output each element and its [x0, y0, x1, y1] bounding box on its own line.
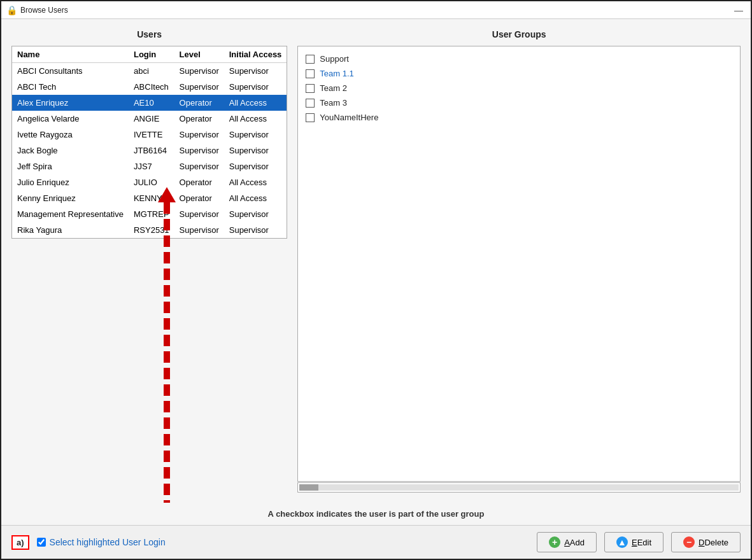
group-label: YouNameItHere — [320, 113, 378, 122]
cell-level: Operator — [174, 95, 224, 111]
table-row[interactable]: Alex EnriquezAE10OperatorAll Access — [12, 95, 287, 111]
group-checkbox[interactable] — [306, 99, 315, 108]
group-checkbox[interactable] — [306, 55, 315, 64]
group-checkbox[interactable] — [306, 69, 315, 78]
cell-access: All Access — [224, 190, 287, 206]
cell-name: Jack Bogle — [12, 143, 129, 158]
add-button[interactable]: + AAdd — [537, 532, 597, 552]
cell-name: ABCI Consultants — [12, 63, 129, 80]
cell-level: Operator — [174, 111, 224, 127]
cell-name: Management Representative — [12, 206, 129, 222]
cell-name: Ivette Raygoza — [12, 127, 129, 143]
delete-icon: − — [683, 536, 695, 548]
table-row[interactable]: Angelica VelardeANGIEOperatorAll Access — [12, 111, 287, 127]
users-panel: Users Name Login Level Initial Access AB… — [11, 29, 287, 239]
scroll-thumb — [299, 484, 318, 491]
cell-login: JULIO — [129, 174, 174, 190]
table-row[interactable]: Ivette RaygozaIVETTESupervisorSupervisor — [12, 127, 287, 143]
scrollbar[interactable] — [297, 482, 741, 493]
table-row[interactable]: ABCI TechABCItechSupervisorSupervisor — [12, 79, 287, 95]
cell-level: Supervisor — [174, 79, 224, 95]
group-checkbox[interactable] — [306, 113, 315, 122]
delete-label: DDelete — [699, 538, 728, 547]
col-access: Initial Access — [224, 46, 287, 63]
title-bar: 🔒 Browse Users — — [1, 1, 751, 19]
cell-login: KENNY — [129, 190, 174, 206]
cell-access: Supervisor — [224, 79, 287, 95]
cell-name: ABCI Tech — [12, 79, 129, 95]
group-item[interactable]: Team 2 — [298, 81, 740, 95]
cell-name: Rika Yagura — [12, 222, 129, 238]
bottom-bar: a) Select highlighted User Login + AAdd … — [1, 525, 751, 559]
table-row[interactable]: Kenny EnriquezKENNYOperatorAll Access — [12, 190, 287, 206]
cell-login: JTB6164 — [129, 143, 174, 158]
group-checkbox[interactable] — [306, 84, 315, 93]
user-groups-title: User Groups — [297, 29, 741, 39]
cell-login: ANGIE — [129, 111, 174, 127]
cell-level: Supervisor — [174, 127, 224, 143]
hint-bar: A checkbox indicates the user is part of… — [1, 503, 751, 525]
group-item[interactable]: Team 3 — [298, 95, 740, 110]
cell-name: Alex Enriquez — [12, 95, 129, 111]
cell-login: JJS7 — [129, 158, 174, 174]
groups-list: SupportTeam 1.1Team 2Team 3YouNameItHere — [297, 46, 741, 482]
select-login-label[interactable]: Select highlighted User Login — [37, 537, 166, 547]
group-item[interactable]: YouNameItHere — [298, 110, 740, 125]
cell-level: Supervisor — [174, 63, 224, 80]
table-row[interactable]: ABCI ConsultantsabciSupervisorSupervisor — [12, 63, 287, 80]
cell-access: All Access — [224, 111, 287, 127]
col-login: Login — [129, 46, 174, 63]
cell-level: Supervisor — [174, 222, 224, 238]
group-item[interactable]: Support — [298, 52, 740, 66]
cell-login: IVETTE — [129, 127, 174, 143]
cell-access: Supervisor — [224, 206, 287, 222]
group-item[interactable]: Team 1.1 — [298, 66, 740, 81]
cell-access: Supervisor — [224, 222, 287, 238]
table-header-row: Name Login Level Initial Access — [12, 46, 287, 63]
lock-icon: 🔒 — [6, 5, 17, 15]
cell-access: Supervisor — [224, 143, 287, 158]
cell-level: Operator — [174, 174, 224, 190]
add-icon: + — [549, 536, 560, 548]
cell-access: All Access — [224, 174, 287, 190]
delete-button[interactable]: − DDelete — [671, 532, 741, 552]
cell-login: MGTREP — [129, 206, 174, 222]
group-label: Team 2 — [320, 83, 347, 93]
cell-name: Kenny Enriquez — [12, 190, 129, 206]
table-row[interactable]: Jeff SpiraJJS7SupervisorSupervisor — [12, 158, 287, 174]
users-table: Name Login Level Initial Access ABCI Con… — [12, 46, 287, 238]
add-label: AAdd — [564, 538, 585, 547]
cell-name: Angelica Velarde — [12, 111, 129, 127]
edit-label: EEdit — [632, 538, 651, 547]
col-level: Level — [174, 46, 224, 63]
edit-button[interactable]: ▲ EEdit — [604, 532, 663, 552]
cell-level: Supervisor — [174, 158, 224, 174]
cell-login: abci — [129, 63, 174, 80]
main-content: Users Name Login Level Initial Access AB… — [1, 19, 751, 503]
arrow-body — [164, 202, 170, 503]
minimize-button[interactable]: — — [732, 5, 746, 15]
window-title: Browse Users — [20, 6, 68, 15]
select-login-checkbox[interactable] — [37, 538, 46, 547]
users-panel-wrapper: Users Name Login Level Initial Access AB… — [11, 29, 287, 493]
group-label: Support — [320, 54, 349, 64]
table-row[interactable]: Management RepresentativeMGTREPSuperviso… — [12, 206, 287, 222]
user-groups-panel: User Groups SupportTeam 1.1Team 2Team 3Y… — [297, 29, 741, 493]
cell-login: ABCItech — [129, 79, 174, 95]
users-panel-title: Users — [11, 29, 287, 39]
scroll-track — [299, 484, 739, 491]
cell-access: All Access — [224, 95, 287, 111]
table-row[interactable]: Jack BogleJTB6164SupervisorSupervisor — [12, 143, 287, 158]
users-table-container[interactable]: Name Login Level Initial Access ABCI Con… — [11, 46, 287, 239]
label-a: a) — [11, 535, 29, 550]
title-bar-left: 🔒 Browse Users — [6, 5, 68, 15]
cell-access: Supervisor — [224, 158, 287, 174]
table-row[interactable]: Julio EnriquezJULIOOperatorAll Access — [12, 174, 287, 190]
cell-access: Supervisor — [224, 63, 287, 80]
col-name: Name — [12, 46, 129, 63]
cell-level: Supervisor — [174, 206, 224, 222]
table-row[interactable]: Rika YaguraRSY2531SupervisorSupervisor — [12, 222, 287, 238]
cell-access: Supervisor — [224, 127, 287, 143]
cell-name: Jeff Spira — [12, 158, 129, 174]
cell-level: Supervisor — [174, 143, 224, 158]
